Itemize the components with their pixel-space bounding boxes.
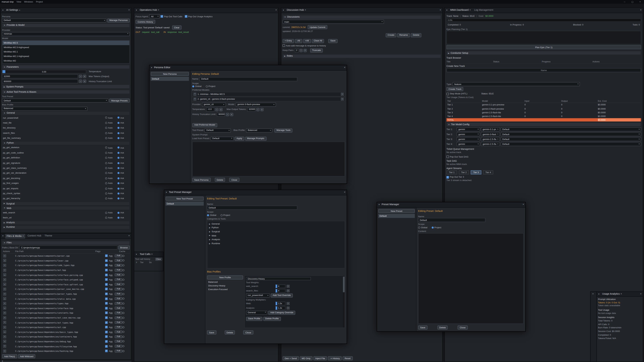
- decrement-button[interactable]: −: [215, 108, 218, 111]
- remove-file-button[interactable]: ×: [3, 316, 6, 319]
- remove-file-button[interactable]: ×: [3, 278, 6, 281]
- cache-indicator[interactable]: [122, 336, 124, 338]
- remove-file-button[interactable]: ×: [3, 302, 6, 305]
- provider-select[interactable]: minimax▼: [2, 32, 130, 36]
- bias-profile-item[interactable]: Execution-Focused: [207, 288, 243, 292]
- agg-checkbox[interactable]: ✓: [105, 345, 108, 348]
- increment-button[interactable]: +: [83, 80, 86, 83]
- close-panel-icon[interactable]: ×: [276, 9, 277, 12]
- tool-ask-radio[interactable]: [118, 167, 120, 169]
- parameters-section[interactable]: ▼Parameters: [2, 65, 130, 69]
- full-button[interactable]: Full: [114, 288, 122, 291]
- clear-all-button[interactable]: Clear All: [312, 39, 324, 43]
- pop-out-dag-checkbox[interactable]: [446, 156, 449, 158]
- multiplier-value-input[interactable]: 1.5x: [276, 302, 286, 305]
- delete-discussion-button[interactable]: Delete: [411, 33, 421, 37]
- provider-select[interactable]: gemini_cli▼: [202, 103, 226, 107]
- remove-file-button[interactable]: ×: [3, 288, 6, 291]
- cache-indicator[interactable]: [122, 345, 124, 347]
- temperature-slider[interactable]: 0.00: [2, 70, 86, 73]
- cache-indicator[interactable]: [122, 326, 124, 328]
- category-item[interactable]: ▶ General: [208, 222, 344, 226]
- files-section[interactable]: ▼Files: [2, 241, 130, 245]
- preset-list-item[interactable]: Default: [166, 201, 204, 205]
- weight-value-input[interactable]: 4: [276, 284, 286, 288]
- persona-name-input[interactable]: Default: [200, 77, 297, 81]
- remove-file-button[interactable]: ×: [3, 293, 6, 295]
- system-prompt-textarea[interactable]: [192, 141, 345, 176]
- category-item[interactable]: ▶ Runtime: [208, 242, 344, 245]
- clear-status-button[interactable]: Clear: [172, 25, 182, 29]
- tool-auto-radio[interactable]: [105, 147, 107, 149]
- tool-auto-radio[interactable]: [105, 172, 107, 174]
- discussion-action-button[interactable]: Gen + Send: [282, 356, 299, 360]
- stream-tab-tier1[interactable]: Tier 1: [446, 170, 457, 174]
- tool-ask-radio[interactable]: [118, 147, 120, 149]
- tool-ask-radio[interactable]: [118, 162, 120, 164]
- browse-button[interactable]: Browse: [118, 245, 130, 249]
- remove-file-button[interactable]: ×: [3, 297, 6, 300]
- tier-preset-select[interactable]: Default▼: [500, 127, 641, 131]
- close-panel-icon[interactable]: ×: [640, 9, 642, 12]
- tier-preset-select[interactable]: Default▼: [500, 132, 641, 136]
- close-modal-icon[interactable]: ×: [522, 203, 524, 206]
- discussion-action-button[interactable]: -> History: [328, 356, 342, 360]
- stream-tab-tier3[interactable]: Tier 3: [471, 170, 481, 174]
- pop-out-tier-checkbox[interactable]: ✓: [446, 176, 449, 178]
- persona-list-item[interactable]: Default: [151, 77, 189, 81]
- remove-weight-button[interactable]: ×: [286, 285, 290, 288]
- remove-file-button[interactable]: ×: [3, 254, 6, 257]
- tier-provider-select[interactable]: gemini▼: [457, 142, 480, 146]
- tab-log-management[interactable]: Log Management: [473, 9, 494, 12]
- cache-indicator[interactable]: [122, 255, 124, 257]
- new-persona-button[interactable]: New Persona: [151, 72, 189, 76]
- cache-indicator[interactable]: [122, 298, 124, 300]
- cache-indicator[interactable]: [122, 317, 124, 319]
- agg-checkbox[interactable]: ✓: [105, 274, 108, 276]
- discussion-action-button[interactable]: Inject File: [313, 356, 327, 360]
- category-general[interactable]: ▼General: [2, 111, 130, 115]
- remove-file-button[interactable]: ×: [3, 307, 6, 310]
- tier-model-select[interactable]: gemini-2.5-flash-lite▼: [481, 142, 500, 146]
- agg-checkbox[interactable]: ✓: [105, 278, 108, 281]
- scrollbar[interactable]: [343, 276, 345, 328]
- tool-ask-radio[interactable]: [118, 187, 120, 189]
- comms-history-button[interactable]: Comms History: [136, 20, 155, 24]
- tab-mma-dashboard[interactable]: MMA Dashboard×: [450, 9, 472, 12]
- collapsed-panel-header[interactable]: ▼: [0, 360, 131, 362]
- full-button[interactable]: Full: [114, 254, 122, 257]
- remove-file-button[interactable]: ×: [3, 259, 6, 262]
- agg-checkbox[interactable]: ✓: [105, 264, 108, 267]
- agg-checkbox[interactable]: ✓: [105, 350, 108, 352]
- close-panel-icon[interactable]: ×: [440, 9, 441, 12]
- bias-profile-select[interactable]: Balanced▼: [246, 128, 272, 132]
- delete-profile-button[interactable]: Delete Profile: [263, 317, 281, 321]
- tool-ask-radio[interactable]: [118, 127, 120, 129]
- multiplier-value-input[interactable]: 1.3x: [276, 306, 286, 310]
- conductor-setup-section[interactable]: ▶Conductor Setup: [446, 51, 641, 55]
- increment-button[interactable]: +: [304, 49, 307, 52]
- add-entry-button[interactable]: + Entry: [282, 39, 294, 43]
- cache-indicator[interactable]: [122, 331, 124, 333]
- full-button[interactable]: Full: [114, 283, 122, 286]
- tool-ask-radio[interactable]: [118, 198, 120, 200]
- agg-checkbox[interactable]: ✓: [105, 317, 108, 319]
- menu-project[interactable]: Project: [36, 0, 43, 3]
- tab-ai-settings[interactable]: AI Settings▼: [5, 9, 21, 12]
- collapse-icon[interactable]: ▼: [282, 9, 284, 11]
- tool-auto-radio[interactable]: [105, 132, 107, 134]
- tool-ask-radio[interactable]: [118, 152, 120, 154]
- tab-files-media[interactable]: Files & Media×: [5, 234, 25, 239]
- scope-project-radio[interactable]: [206, 85, 208, 87]
- model-option[interactable]: MiniMax-M2.1: [2, 50, 130, 54]
- full-button[interactable]: Full: [114, 326, 122, 329]
- increment-button[interactable]: +: [260, 108, 264, 111]
- increment-button[interactable]: +: [219, 108, 222, 111]
- tab-tool-calls[interactable]: Tool Calls×: [139, 253, 154, 256]
- tier-preset-select[interactable]: Default▼: [500, 137, 641, 141]
- agg-checkbox[interactable]: ✓: [105, 259, 108, 262]
- remove-file-button[interactable]: ×: [3, 264, 6, 267]
- model-option[interactable]: MiniMax-M2.5-highspeed: [2, 45, 130, 50]
- remove-model-button[interactable]: ×: [341, 93, 344, 95]
- close-panel-icon[interactable]: ×: [592, 293, 594, 296]
